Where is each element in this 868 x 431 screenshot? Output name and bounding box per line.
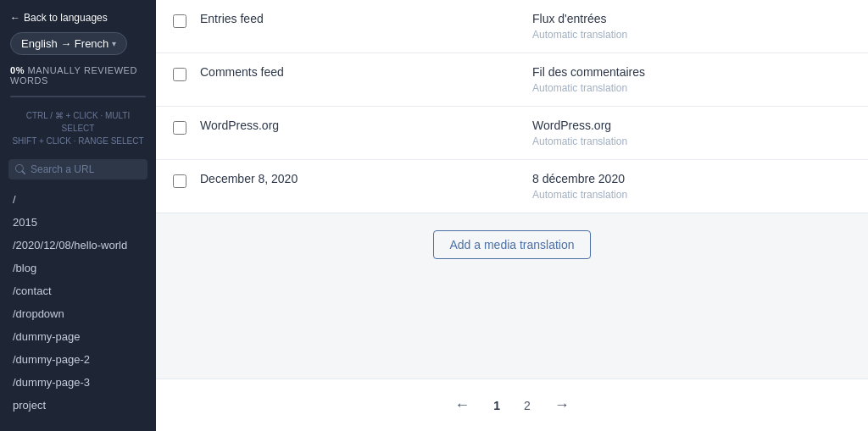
pagination-page-1[interactable]: 1 — [487, 395, 507, 416]
pagination: ←12→ — [156, 379, 868, 431]
progress-suffix: MANUALLY REVIEWED WORDS — [10, 65, 137, 86]
source-text: Comments feed — [200, 65, 519, 79]
sidebar-nav-item[interactable]: /2020/12/08/hello-world — [0, 234, 156, 257]
sidebar-nav-item[interactable]: /dummy-page — [0, 325, 156, 348]
auto-translation-label: Automatic translation — [532, 82, 851, 94]
lang-label: English → French — [21, 37, 108, 50]
auto-translation-label: Automatic translation — [532, 29, 851, 41]
main-content: Entries feed Flux d'entrées Automatic tr… — [156, 0, 868, 431]
target-cell: 8 décembre 2020 Automatic translation — [532, 172, 851, 201]
search-icon — [15, 164, 25, 174]
progress-text: 0% MANUALLY REVIEWED WORDS — [0, 65, 156, 92]
url-search[interactable] — [8, 159, 147, 180]
translation-area: Entries feed Flux d'entrées Automatic tr… — [156, 0, 868, 379]
sidebar-nav-item[interactable]: project — [0, 394, 156, 417]
row-checkbox[interactable] — [173, 174, 186, 188]
source-text: WordPress.org — [200, 119, 519, 132]
sidebar: ← Back to languages English → French ▾ 0… — [0, 0, 156, 431]
sidebar-nav-item[interactable]: /blog — [0, 257, 156, 279]
back-arrow-icon: ← — [10, 12, 20, 24]
auto-translation-label: Automatic translation — [532, 189, 851, 201]
target-text: 8 décembre 2020 — [532, 172, 851, 185]
selection-hints: CTRL / ⌘ + CLICK · MULTI SELECT SHIFT + … — [0, 109, 156, 156]
row-checkbox[interactable] — [173, 14, 186, 28]
range-select-hint: SHIFT + CLICK · RANGE SELECT — [10, 135, 146, 147]
source-text: Entries feed — [200, 12, 519, 25]
target-text: WordPress.org — [532, 119, 851, 132]
table-row: Entries feed Flux d'entrées Automatic tr… — [156, 0, 868, 53]
translation-table: Entries feed Flux d'entrées Automatic tr… — [156, 0, 868, 213]
table-row: WordPress.org WordPress.org Automatic tr… — [156, 107, 868, 160]
media-translation-row: Add a media translation — [156, 213, 868, 276]
target-cell: Flux d'entrées Automatic translation — [532, 12, 851, 41]
sidebar-nav-item[interactable]: /dummy-page-2 — [0, 348, 156, 371]
sidebar-nav-item[interactable]: /dropdown — [0, 302, 156, 325]
multi-select-hint: CTRL / ⌘ + CLICK · MULTI SELECT — [10, 109, 146, 135]
sidebar-nav-item[interactable]: 2015 — [0, 211, 156, 234]
sidebar-nav-item[interactable]: /dummy-page-3 — [0, 371, 156, 394]
sidebar-nav-item[interactable]: / — [0, 188, 156, 211]
language-selector: English → French ▾ — [10, 32, 146, 55]
pagination-next-button[interactable]: → — [548, 393, 576, 417]
progress-pct: 0% — [10, 65, 25, 75]
target-text: Fil des commentaires — [532, 65, 851, 79]
table-row: December 8, 2020 8 décembre 2020 Automat… — [156, 160, 868, 213]
auto-translation-label: Automatic translation — [532, 135, 851, 147]
table-row: Comments feed Fil des commentaires Autom… — [156, 53, 868, 107]
pagination-prev-button[interactable]: ← — [448, 393, 476, 417]
progress-bar-track — [10, 96, 146, 97]
back-to-languages[interactable]: ← Back to languages — [0, 0, 156, 32]
source-text: December 8, 2020 — [200, 172, 519, 185]
back-label: Back to languages — [24, 12, 108, 24]
sidebar-nav-item[interactable]: /contact — [0, 279, 156, 302]
chevron-down-icon: ▾ — [112, 39, 116, 48]
pagination-page-2[interactable]: 2 — [517, 395, 537, 416]
search-input[interactable] — [31, 163, 141, 175]
target-cell: WordPress.org Automatic translation — [532, 119, 851, 147]
row-checkbox[interactable] — [173, 121, 186, 135]
row-checkbox[interactable] — [173, 68, 186, 81]
url-nav-list: /2015/2020/12/08/hello-world/blog/contac… — [0, 188, 156, 431]
lang-button[interactable]: English → French ▾ — [10, 32, 127, 55]
target-text: Flux d'entrées — [532, 12, 851, 25]
target-cell: Fil des commentaires Automatic translati… — [532, 65, 851, 94]
add-media-translation-button[interactable]: Add a media translation — [433, 230, 590, 259]
